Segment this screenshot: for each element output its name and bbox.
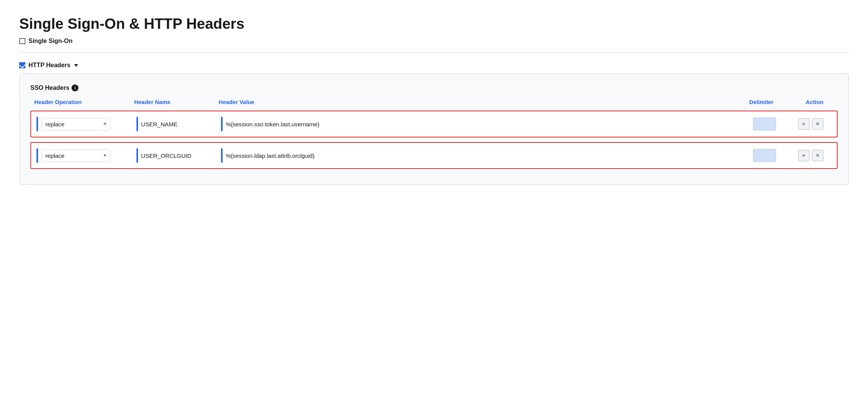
sso-checkbox-label[interactable]: Single Sign-On [19, 38, 849, 45]
row2-select-wrapper: replace insert remove [41, 149, 110, 162]
info-icon[interactable]: i [72, 84, 78, 91]
row2-value-cell: %{session.ldap.last.attrib.orclguid} [219, 147, 742, 164]
http-headers-section: HTTP Headers SSO Headers i Header Operat… [19, 62, 849, 185]
row2-operation-cell: replace insert remove [34, 147, 134, 164]
row1-remove-button[interactable]: × [812, 118, 823, 130]
chevron-down-icon [74, 64, 78, 67]
row2-name-divider [136, 148, 138, 163]
row2-name-cell: USER_ORCLGUID [134, 147, 219, 164]
row1-header-value: %{session.sso.token.last.username} [226, 121, 319, 127]
row1-name-divider [136, 117, 138, 131]
row1-delimiter-box[interactable] [753, 117, 776, 131]
row1-action-cell: + × [788, 117, 834, 131]
sso-section: Single Sign-On [19, 38, 849, 45]
table-row: replace insert remove USER_ORCLGUID %{se… [30, 142, 838, 169]
row2-remove-button[interactable]: × [812, 150, 823, 161]
table-row: replace insert remove USER_NAME %{sessio… [30, 111, 838, 137]
col-header-value: Header Value [215, 97, 745, 108]
http-headers-checkbox[interactable] [19, 62, 25, 68]
http-headers-label[interactable]: HTTP Headers [19, 62, 849, 69]
row1-value-divider [221, 117, 223, 131]
row2-delimiter-cell [742, 147, 788, 164]
sso-headers-label: SSO Headers [30, 84, 69, 91]
http-headers-table-container: SSO Headers i Header Operation Header Na… [19, 73, 849, 185]
row2-header-name: USER_ORCLGUID [141, 152, 191, 159]
sso-checkbox[interactable] [19, 38, 25, 44]
col-header-delimiter: Delimiter [745, 97, 792, 108]
row1-value-cell: %{session.sso.token.last.username} [219, 115, 742, 133]
sso-label: Single Sign-On [28, 38, 73, 45]
page-title: Single Sign-On & HTTP Headers [19, 15, 849, 32]
section-divider [19, 52, 849, 53]
row1-select-wrapper: replace insert remove [41, 118, 110, 131]
row2-delimiter-box[interactable] [753, 149, 776, 162]
http-headers-text: HTTP Headers [28, 62, 70, 69]
row1-operation-select[interactable]: replace insert remove [41, 118, 110, 131]
row1-header-name: USER_NAME [141, 121, 178, 127]
row2-value-divider [221, 148, 223, 163]
sso-headers-title: SSO Headers i [30, 84, 838, 91]
row1-name-cell: USER_NAME [134, 115, 219, 133]
row2-operation-select[interactable]: replace insert remove [41, 149, 110, 162]
row1-delimiter-cell [742, 116, 788, 132]
row2-left-divider [37, 148, 38, 163]
table-header-row: Header Operation Header Name Header Valu… [30, 97, 838, 111]
row2-action-cell: + × [788, 148, 834, 163]
col-header-action: Action [792, 97, 838, 108]
col-header-operation: Header Operation [30, 97, 130, 108]
row2-header-value: %{session.ldap.last.attrib.orclguid} [226, 152, 314, 159]
row1-left-divider [37, 117, 38, 131]
row1-operation-cell: replace insert remove [34, 115, 134, 133]
sso-headers-table: Header Operation Header Name Header Valu… [30, 97, 838, 169]
row1-add-button[interactable]: + [798, 118, 810, 130]
col-header-name: Header Name [130, 97, 215, 108]
row2-add-button[interactable]: + [798, 150, 810, 161]
